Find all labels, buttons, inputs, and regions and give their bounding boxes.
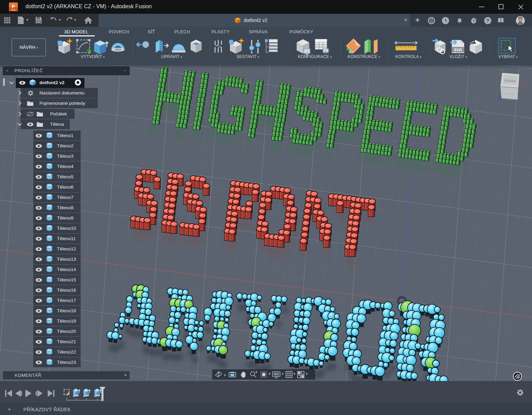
svg-text:X: X xyxy=(521,80,524,84)
svg-text:FUS: FUS xyxy=(11,9,15,11)
svg-text:Y: Y xyxy=(501,69,504,73)
svg-text:SVG: SVG xyxy=(454,48,462,52)
svg-text:F: F xyxy=(12,3,15,9)
svg-text:Z: Z xyxy=(499,96,501,100)
svg-text:?: ? xyxy=(486,18,489,23)
